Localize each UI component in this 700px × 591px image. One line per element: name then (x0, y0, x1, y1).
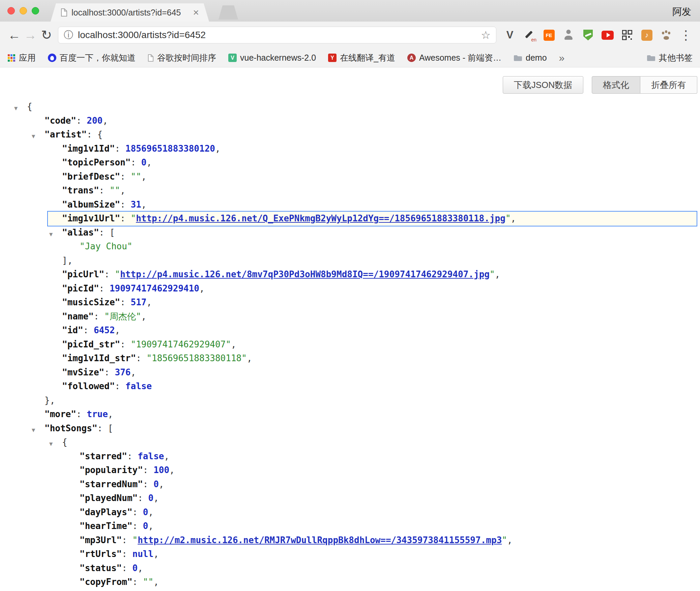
json-line[interactable]: ▼{ (0, 435, 700, 449)
json-token: : (122, 549, 132, 559)
close-window-button[interactable] (7, 7, 15, 14)
bookmark-apps[interactable]: 应用 (7, 52, 36, 63)
omnibox[interactable]: ⓘ ☆ (58, 27, 496, 43)
format-button[interactable]: 格式化 (592, 76, 640, 94)
json-token: : (143, 479, 153, 489)
profile-name[interactable]: 阿发 (672, 5, 691, 18)
json-line[interactable]: "playedNum": 0, (0, 491, 700, 505)
json-line[interactable]: "name": "周杰伦", (0, 310, 700, 324)
translate-badge: en (531, 37, 536, 42)
site-info-icon[interactable]: ⓘ (64, 29, 73, 41)
person-extension-icon[interactable] (562, 29, 575, 41)
json-line[interactable]: "briefDesc": "", (0, 170, 700, 184)
json-line[interactable]: "more": true, (0, 407, 700, 422)
toolbar: ← → ↻ ⓘ ☆ V en FE (0, 22, 700, 49)
json-token: "mvSize" (62, 367, 104, 377)
download-json-button[interactable]: 下载JSON数据 (503, 76, 583, 94)
json-token: , (153, 493, 159, 503)
translate-extension-icon[interactable]: en (523, 29, 535, 41)
json-link[interactable]: http://m2.music.126.net/RMJR7wDullRqppBk… (138, 535, 502, 545)
json-line[interactable]: "hearTime": 0, (0, 519, 700, 533)
bookmark-youdao[interactable]: Y 在线翻译_有道 (328, 52, 395, 63)
json-token: 0 (141, 157, 147, 167)
vimium-extension-icon[interactable]: V (504, 29, 516, 41)
json-link[interactable]: http://p4.music.126.net/Q_ExePNkmgB2yWyL… (136, 213, 505, 223)
json-line[interactable]: "popularity": 100, (0, 463, 700, 477)
json-line[interactable]: "Jay Chou" (0, 240, 700, 254)
json-line[interactable]: "code": 200, (0, 114, 700, 128)
youtube-extension-icon[interactable] (602, 31, 614, 40)
json-line[interactable]: "img1v1Url": "http://p4.music.126.net/Q_… (47, 211, 697, 226)
json-line[interactable]: }, (0, 394, 700, 408)
json-line[interactable]: ▼"hotSongs": [ (0, 422, 700, 436)
collapse-arrow-icon[interactable]: ▼ (49, 227, 53, 242)
other-bookmarks[interactable]: 其他书签 (647, 52, 693, 63)
json-token: "picId" (62, 283, 99, 293)
json-line[interactable]: "id": 6452, (0, 323, 700, 338)
json-token: }, (45, 395, 55, 405)
bookmark-star-icon[interactable]: ☆ (481, 29, 491, 41)
json-line[interactable]: "trans": "", (0, 184, 700, 198)
json-line[interactable]: "followed": false (0, 379, 700, 394)
browser-tab[interactable]: localhost:3000/artists?id=645 × (51, 3, 209, 22)
reload-button[interactable]: ↻ (38, 28, 55, 42)
json-line[interactable]: "img1v1Id": 18569651883380120, (0, 142, 700, 156)
json-line[interactable]: "dayPlays": 0, (0, 505, 700, 520)
qrcode-extension-icon[interactable] (621, 29, 633, 41)
json-line[interactable]: "status": 0, (0, 561, 700, 576)
json-line[interactable]: "copyFrom": "", (0, 575, 700, 589)
bookmark-demo[interactable]: demo (514, 53, 547, 63)
minimize-window-button[interactable] (20, 7, 27, 14)
json-line[interactable]: ▼{ (0, 100, 700, 114)
json-line[interactable]: "rtUrls": null, (0, 547, 700, 561)
zoom-window-button[interactable] (32, 7, 39, 14)
json-line[interactable]: "topicPerson": 0, (0, 156, 700, 170)
bookmark-vue-hackernews[interactable]: V vue-hackernews-2.0 (228, 53, 316, 63)
bookmark-baidu[interactable]: 百度一下，你就知道 (48, 52, 136, 63)
json-line[interactable]: "musicSize": 517, (0, 296, 700, 310)
browser-menu-icon[interactable]: ⋮ (680, 29, 692, 41)
new-tab-button[interactable] (218, 5, 238, 20)
collapse-arrow-icon[interactable]: ▼ (32, 129, 35, 144)
player-extension-icon[interactable]: ♪ (641, 30, 652, 41)
json-token: "starredNum" (80, 479, 143, 489)
youdao-icon: Y (328, 54, 337, 62)
json-token: "name" (62, 311, 94, 321)
bookmarks-overflow-icon[interactable]: » (559, 52, 565, 64)
forward-button[interactable]: → (22, 28, 38, 42)
collapse-arrow-icon[interactable]: ▼ (14, 101, 18, 116)
tab-close-icon[interactable]: × (193, 7, 199, 18)
json-line[interactable]: "mvSize": 376, (0, 366, 700, 380)
json-line[interactable]: "picId": 19097417462929410, (0, 282, 700, 296)
json-token: , (141, 311, 147, 321)
json-token: : (133, 577, 143, 587)
json-token: " (490, 269, 495, 279)
collapse-arrow-icon[interactable]: ▼ (32, 423, 35, 437)
json-line[interactable]: "mp3Url": "http://m2.music.126.net/RMJR7… (0, 533, 700, 548)
json-line[interactable]: ▼"artist": { (0, 128, 700, 142)
collapse-arrow-icon[interactable]: ▼ (49, 437, 53, 451)
bookmark-google-sort[interactable]: 谷歌按时间排序 (148, 52, 216, 63)
json-token: " (505, 213, 511, 223)
fe-extension-icon[interactable]: FE (544, 30, 555, 41)
json-line[interactable]: ], (0, 254, 700, 268)
json-line[interactable]: "starredNum": 0, (0, 477, 700, 492)
json-token: , (495, 269, 500, 279)
collapse-all-button[interactable]: 折叠所有 (640, 76, 697, 94)
adguard-shield-icon[interactable] (583, 30, 593, 40)
back-button[interactable]: ← (6, 28, 22, 42)
json-line[interactable]: "img1v1Id_str": "18569651883380118", (0, 351, 700, 366)
json-token: null (133, 549, 154, 559)
json-token: 517 (131, 297, 147, 307)
json-line[interactable]: "picId_str": "19097417462929407", (0, 338, 700, 352)
json-token: : (83, 325, 94, 335)
json-line[interactable]: "starred": false, (0, 449, 700, 464)
bookmark-awesomes[interactable]: A Awesomes - 前端资… (407, 52, 501, 63)
paw-extension-icon[interactable] (660, 29, 672, 41)
json-line[interactable]: "picUrl": "http://p4.music.126.net/8mv7q… (0, 268, 700, 282)
json-line[interactable]: "albumSize": 31, (0, 198, 700, 212)
url-input[interactable] (78, 30, 477, 40)
json-token: 0 (153, 479, 159, 489)
json-link[interactable]: http://p4.music.126.net/8mv7qP30Pd3oHW8b… (120, 269, 490, 279)
json-line[interactable]: ▼"alias": [ (0, 226, 700, 240)
